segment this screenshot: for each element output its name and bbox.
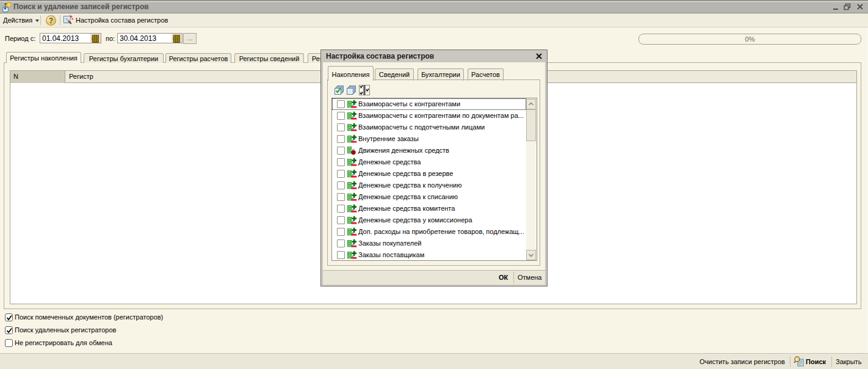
svg-text:?: ? [49,16,53,25]
